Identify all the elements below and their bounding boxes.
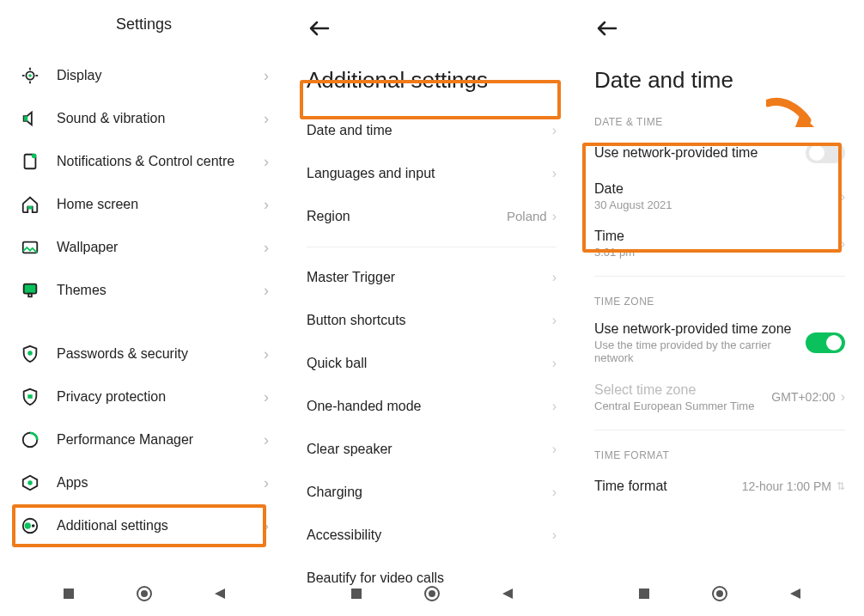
item-one-handed[interactable]: One-handed mode › xyxy=(288,385,575,428)
settings-item-passwords[interactable]: Passwords & security › xyxy=(0,332,288,375)
item-label: Accessibility xyxy=(307,528,381,543)
svg-point-25 xyxy=(429,590,435,597)
item-label: Select time zone xyxy=(594,382,754,398)
back-arrow[interactable] xyxy=(575,0,864,41)
item-label: Themes xyxy=(57,283,264,298)
chevron-right-icon: › xyxy=(552,485,557,500)
item-languages[interactable]: Languages and input › xyxy=(288,152,575,195)
sound-icon xyxy=(19,107,41,130)
svg-rect-23 xyxy=(351,589,362,599)
back-button[interactable] xyxy=(213,587,227,604)
chevron-right-icon: › xyxy=(552,313,557,328)
svg-point-1 xyxy=(28,74,32,77)
recents-button[interactable] xyxy=(350,587,363,604)
highlight-additional-settings xyxy=(12,504,266,547)
item-master-trigger[interactable]: Master Trigger › xyxy=(288,256,575,299)
chevron-right-icon: › xyxy=(264,67,269,85)
callout-arrow xyxy=(766,96,816,134)
settings-item-privacy[interactable]: Privacy protection › xyxy=(0,375,288,418)
chevron-right-icon: › xyxy=(552,166,557,181)
home-button[interactable] xyxy=(136,585,153,606)
svg-rect-11 xyxy=(28,294,32,297)
item-clear-speaker[interactable]: Clear speaker › xyxy=(288,428,575,471)
highlight-date-time-values xyxy=(582,143,842,253)
shield-icon xyxy=(19,343,41,365)
android-navbar xyxy=(0,575,288,616)
chevron-right-icon: › xyxy=(264,196,269,214)
back-arrow[interactable] xyxy=(288,0,575,41)
settings-item-wallpaper[interactable]: Wallpaper › xyxy=(0,226,288,269)
item-sub: Use the time provided by the carrier net… xyxy=(594,338,797,364)
svg-point-28 xyxy=(716,590,723,597)
home-icon xyxy=(19,193,41,216)
settings-item-sound[interactable]: Sound & vibration › xyxy=(0,97,288,140)
settings-item-notifications[interactable]: Notifications & Control centre › xyxy=(0,140,288,183)
notifications-icon xyxy=(19,150,41,173)
settings-item-performance[interactable]: Performance Manager › xyxy=(0,418,288,461)
recents-button[interactable] xyxy=(637,587,651,604)
settings-item-home[interactable]: Home screen › xyxy=(0,183,288,226)
item-label: One-handed mode xyxy=(307,399,421,414)
svg-rect-20 xyxy=(64,589,74,599)
date-time-screen: Date and time DATE & TIME Use network-pr… xyxy=(575,0,864,616)
item-charging[interactable]: Charging › xyxy=(288,471,575,514)
privacy-icon xyxy=(19,386,41,408)
updown-icon: ⇅ xyxy=(837,480,845,492)
toggle-network-tz[interactable] xyxy=(806,332,845,353)
chevron-right-icon: › xyxy=(841,389,845,405)
svg-point-12 xyxy=(27,351,33,356)
home-button[interactable] xyxy=(423,585,441,606)
android-navbar xyxy=(575,575,864,616)
chevron-right-icon: › xyxy=(264,431,269,449)
item-label: Apps xyxy=(57,475,264,491)
apps-icon xyxy=(19,472,41,494)
chevron-right-icon: › xyxy=(264,153,269,171)
item-label: Languages and input xyxy=(307,166,435,181)
chevron-right-icon: › xyxy=(552,356,557,371)
chevron-right-icon: › xyxy=(552,209,557,223)
divider xyxy=(307,247,557,247)
item-label: Notifications & Control centre xyxy=(57,154,264,169)
settings-screen: Settings Display › Sound & vibration › N… xyxy=(0,0,288,616)
item-label: Performance Manager xyxy=(57,432,264,448)
chevron-right-icon: › xyxy=(264,388,269,406)
item-label: Region xyxy=(307,209,350,224)
additional-settings-screen: Additional settings Date and time › Lang… xyxy=(288,0,575,616)
item-label: Display xyxy=(57,68,264,83)
recents-button[interactable] xyxy=(62,587,76,604)
settings-item-apps[interactable]: Apps › xyxy=(0,461,288,504)
chevron-right-icon: › xyxy=(264,345,269,363)
section-datetime: DATE & TIME xyxy=(575,106,864,133)
chevron-right-icon: › xyxy=(264,110,269,128)
svg-rect-10 xyxy=(24,284,37,294)
item-region[interactable]: Region Poland› xyxy=(288,195,575,238)
item-label: Quick ball xyxy=(307,356,367,371)
display-icon xyxy=(19,64,41,87)
item-time-format[interactable]: Time format 12-hour 1:00 PM ⇅ xyxy=(575,467,864,506)
highlight-date-time xyxy=(300,80,561,119)
back-button[interactable] xyxy=(788,587,802,604)
home-button[interactable] xyxy=(711,585,728,606)
section-format: TIME FORMAT xyxy=(575,439,864,467)
chevron-right-icon: › xyxy=(552,123,557,138)
item-label: Wallpaper xyxy=(57,240,264,255)
settings-item-themes[interactable]: Themes › xyxy=(0,269,288,312)
item-label: Charging xyxy=(307,485,362,500)
item-label: Passwords & security xyxy=(57,346,264,362)
item-quick-ball[interactable]: Quick ball › xyxy=(288,342,575,385)
svg-rect-26 xyxy=(639,589,649,599)
item-accessibility[interactable]: Accessibility › xyxy=(288,514,575,557)
performance-icon xyxy=(19,429,41,451)
svg-point-7 xyxy=(32,154,37,159)
item-label: Button shortcuts xyxy=(307,313,406,328)
wallpaper-icon xyxy=(19,236,41,259)
item-value: Poland xyxy=(507,209,547,223)
back-button[interactable] xyxy=(501,587,514,604)
chevron-right-icon: › xyxy=(552,528,557,543)
item-label: Clear speaker xyxy=(307,442,392,457)
chevron-right-icon: › xyxy=(264,239,269,257)
svg-rect-8 xyxy=(27,206,33,210)
item-button-shortcuts[interactable]: Button shortcuts › xyxy=(288,299,575,342)
item-use-network-tz[interactable]: Use network-provided time zone Use the t… xyxy=(575,313,864,373)
settings-item-display[interactable]: Display › xyxy=(0,54,288,97)
